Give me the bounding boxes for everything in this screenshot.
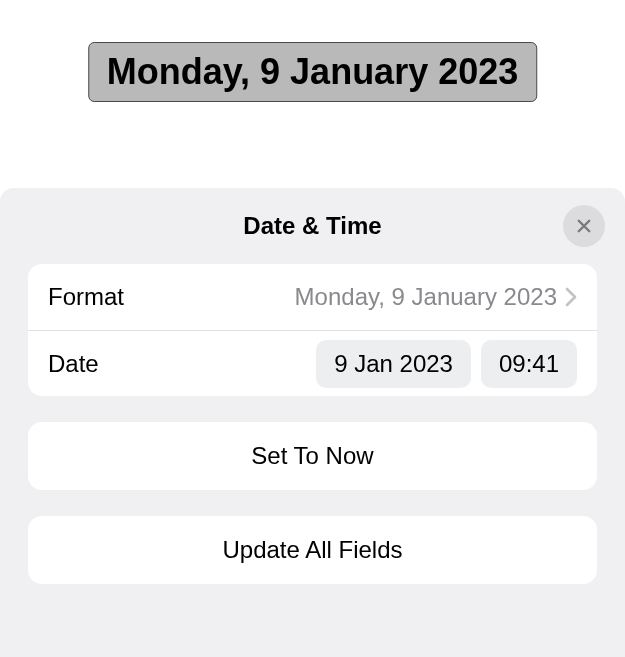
chevron-right-icon bbox=[565, 287, 577, 307]
settings-group: Format Monday, 9 January 2023 Date 9 Jan… bbox=[28, 264, 597, 396]
format-value: Monday, 9 January 2023 bbox=[124, 283, 565, 311]
update-all-fields-button[interactable]: Update All Fields bbox=[28, 516, 597, 584]
inserted-date-field[interactable]: Monday, 9 January 2023 bbox=[88, 42, 538, 102]
close-button[interactable] bbox=[563, 205, 605, 247]
date-picker[interactable]: 9 Jan 2023 bbox=[316, 340, 471, 388]
format-label: Format bbox=[48, 283, 124, 311]
date-row: Date 9 Jan 2023 09:41 bbox=[28, 330, 597, 396]
set-to-now-button[interactable]: Set To Now bbox=[28, 422, 597, 490]
time-picker[interactable]: 09:41 bbox=[481, 340, 577, 388]
date-time-panel: Date & Time Format Monday, 9 January 202… bbox=[0, 188, 625, 657]
date-label: Date bbox=[48, 350, 99, 378]
document-canvas: Monday, 9 January 2023 Date & Time Forma… bbox=[0, 0, 625, 657]
close-icon bbox=[575, 217, 593, 235]
format-row[interactable]: Format Monday, 9 January 2023 bbox=[28, 264, 597, 330]
panel-title: Date & Time bbox=[243, 212, 381, 240]
date-row-controls: 9 Jan 2023 09:41 bbox=[99, 340, 577, 388]
panel-header: Date & Time bbox=[0, 188, 625, 264]
